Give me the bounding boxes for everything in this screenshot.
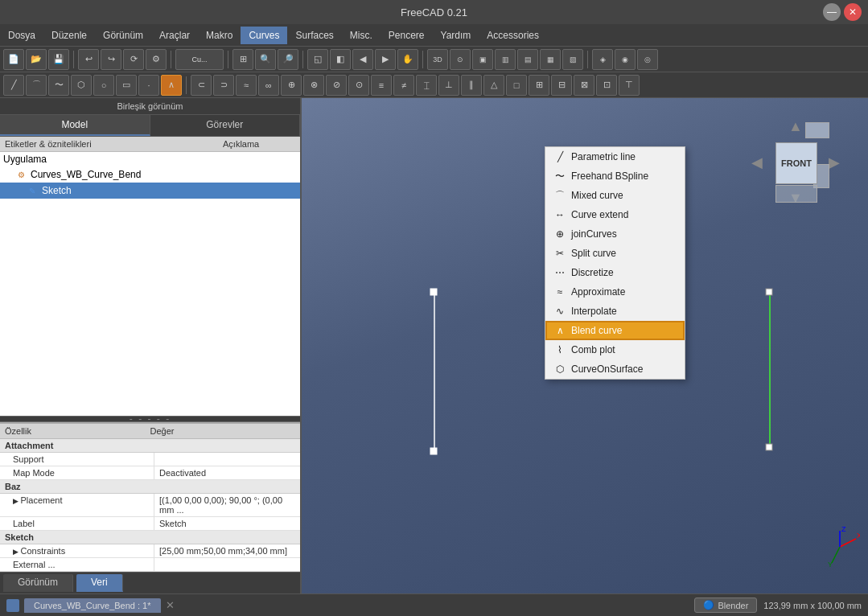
bottom-tab-gorunum[interactable]: Görünüm xyxy=(3,574,73,592)
menu-curves[interactable]: Curves xyxy=(241,27,287,44)
tb-macro[interactable]: ⚙ xyxy=(146,49,167,70)
tb2-c20[interactable]: ⊤ xyxy=(619,75,640,96)
tb2-c17[interactable]: ⊟ xyxy=(551,75,572,96)
tb2-c11[interactable]: ⌶ xyxy=(416,75,437,96)
menu-accessories[interactable]: Accessories xyxy=(479,27,547,44)
menu-approximate[interactable]: ≈ Approximate xyxy=(545,282,685,302)
menu-mixed-curve[interactable]: ⌒ Mixed curve xyxy=(545,186,685,205)
tb-pan[interactable]: ✋ xyxy=(397,49,418,70)
cube-right-arrow[interactable]: ▶ xyxy=(829,154,840,171)
tb-top[interactable]: ⊙ xyxy=(450,49,471,70)
tb-right[interactable]: ▥ xyxy=(495,49,516,70)
menu-gorunum[interactable]: Görünüm xyxy=(95,27,151,44)
tb-draw1[interactable]: ◈ xyxy=(592,49,613,70)
menu-surfaces[interactable]: Surfaces xyxy=(287,27,341,44)
tb-rear[interactable]: ▧ xyxy=(562,49,583,70)
menu-pencere[interactable]: Pencere xyxy=(381,27,433,44)
tb-draw2[interactable]: ◉ xyxy=(615,49,636,70)
tb2-line[interactable]: ╱ xyxy=(3,75,24,96)
tb2-arc[interactable]: ⌒ xyxy=(26,75,47,96)
tb2-c19[interactable]: ⊡ xyxy=(596,75,617,96)
menu-dosya[interactable]: Dosya xyxy=(0,27,43,44)
menu-comb-plot[interactable]: ⌇ Comb plot xyxy=(545,340,685,359)
tb2-spline[interactable]: 〜 xyxy=(48,75,69,96)
tb2-c16[interactable]: ⊞ xyxy=(529,75,549,96)
tb2-c6[interactable]: ⊗ xyxy=(303,75,324,96)
tb-3d[interactable]: 3D xyxy=(427,49,448,70)
tab-model[interactable]: Model xyxy=(0,115,150,136)
toolbar-2: ╱ ⌒ 〜 ⬡ ○ ▭ · ∧ ⊂ ⊃ ≈ ∞ ⊕ ⊗ ⊘ ⊙ ≡ ≠ ⌶ ⊥ … xyxy=(0,72,868,98)
tb2-c7[interactable]: ⊘ xyxy=(326,75,347,96)
tb2-pt[interactable]: · xyxy=(138,75,159,96)
tb2-c14[interactable]: △ xyxy=(483,75,504,96)
cube-bottom-face[interactable] xyxy=(775,185,817,203)
tb2-poly[interactable]: ⬡ xyxy=(71,75,92,96)
tb2-c4[interactable]: ∞ xyxy=(258,75,279,96)
cube-left-arrow[interactable]: ◀ xyxy=(751,154,763,171)
cube-front-face[interactable]: FRONT xyxy=(775,142,817,184)
tb2-c9[interactable]: ≡ xyxy=(371,75,392,96)
tree-sketch[interactable]: ✎ Sketch xyxy=(0,183,300,199)
menu-duzenle[interactable]: Düzenle xyxy=(43,27,95,44)
tb2-c5[interactable]: ⊕ xyxy=(281,75,302,96)
tb2-active[interactable]: ∧ xyxy=(161,75,182,96)
menu-curve-extend[interactable]: ↔ Curve extend xyxy=(545,205,685,224)
menu-freehand-bspline[interactable]: 〜 Freehand BSpline xyxy=(545,166,685,186)
close-button[interactable]: ✕ xyxy=(844,3,862,21)
tb2-c8[interactable]: ⊙ xyxy=(348,75,369,96)
tb2-c15[interactable]: □ xyxy=(506,75,527,96)
menu-misc[interactable]: Misc. xyxy=(342,27,381,44)
minimize-button[interactable]: — xyxy=(823,3,841,21)
tb2-c2[interactable]: ⊃ xyxy=(213,75,234,96)
menu-blend-curve[interactable]: ∧ Blend curve xyxy=(545,321,685,340)
tb2-c3[interactable]: ≈ xyxy=(236,75,257,96)
tb-bottom[interactable]: ▦ xyxy=(540,49,561,70)
tb-new[interactable]: 📄 xyxy=(3,49,24,70)
menu-curve-on-surface[interactable]: ⬡ CurveOnSurface xyxy=(545,359,685,379)
menu-discretize[interactable]: ⋯ Discretize xyxy=(545,263,685,282)
tb-zoom-in[interactable]: 🔍 xyxy=(255,49,276,70)
bottom-tab-veri[interactable]: Veri xyxy=(76,574,123,592)
prop-constraints[interactable]: Constraints [25,00 mm;50,00 mm;34,00 mm] xyxy=(0,544,300,558)
menu-makro[interactable]: Makro xyxy=(198,27,241,44)
menu-parametric-line[interactable]: ╱ Parametric line xyxy=(545,147,685,166)
cube-top-face[interactable] xyxy=(805,122,829,138)
tab-gorevler[interactable]: Görevler xyxy=(150,115,301,136)
tb-view1[interactable]: ◱ xyxy=(307,49,328,70)
tb-open[interactable]: 📂 xyxy=(26,49,47,70)
menu-araclar[interactable]: Araçlar xyxy=(151,27,198,44)
menu-interpolate[interactable]: ∿ Interpolate xyxy=(545,302,685,321)
panel-divider[interactable]: - - - - - xyxy=(0,416,300,422)
tb-zoom-out[interactable]: 🔎 xyxy=(278,49,298,70)
menu-split-curve[interactable]: ✂ Split curve xyxy=(545,244,685,263)
tb2-c12[interactable]: ⊥ xyxy=(438,75,459,96)
tb2-c1[interactable]: ⊂ xyxy=(191,75,212,96)
tb2-rect[interactable]: ▭ xyxy=(116,75,137,96)
prop-placement[interactable]: Placement [(1,00 0,00 0,00); 90,00 °; (0… xyxy=(0,494,300,517)
tb-wb[interactable]: Cu... xyxy=(175,49,224,70)
tree-root[interactable]: ⚙ Curves_WB_Curve_Bend xyxy=(0,166,300,183)
tb-nav-back[interactable]: ◀ xyxy=(352,49,373,70)
blender-button[interactable]: 🔵 Blender xyxy=(694,598,757,613)
tb-view2[interactable]: ◧ xyxy=(330,49,351,70)
tb-front[interactable]: ▣ xyxy=(472,49,493,70)
menu-label-curvesurf: CurveOnSurface xyxy=(571,363,643,375)
tb2-c10[interactable]: ≠ xyxy=(393,75,414,96)
menu-join-curves[interactable]: ⊕ joinCurves xyxy=(545,224,685,244)
tb-save[interactable]: 💾 xyxy=(48,49,69,70)
status-tab-document[interactable]: Curves_WB_Curve_Bend : 1* xyxy=(24,598,161,613)
tb-redo[interactable]: ↪ xyxy=(101,49,121,70)
tb2-c13[interactable]: ∥ xyxy=(461,75,482,96)
props-section: Özellik Değer Attachment Support Map Mod… xyxy=(0,422,300,572)
tb-draw3[interactable]: ◎ xyxy=(637,49,658,70)
cube-up-arrow[interactable]: ▲ xyxy=(788,118,803,135)
menu-yardim[interactable]: Yardım xyxy=(433,27,479,44)
tb-zoom-fit[interactable]: ⊞ xyxy=(232,49,253,70)
tb-nav-fwd[interactable]: ▶ xyxy=(375,49,396,70)
tb-refresh[interactable]: ⟳ xyxy=(123,49,144,70)
tb2-c18[interactable]: ⊠ xyxy=(574,75,594,96)
tb-left[interactable]: ▤ xyxy=(517,49,538,70)
status-tab-close[interactable]: ✕ xyxy=(166,599,175,611)
tb2-circle[interactable]: ○ xyxy=(93,75,114,96)
tb-undo[interactable]: ↩ xyxy=(78,49,99,70)
